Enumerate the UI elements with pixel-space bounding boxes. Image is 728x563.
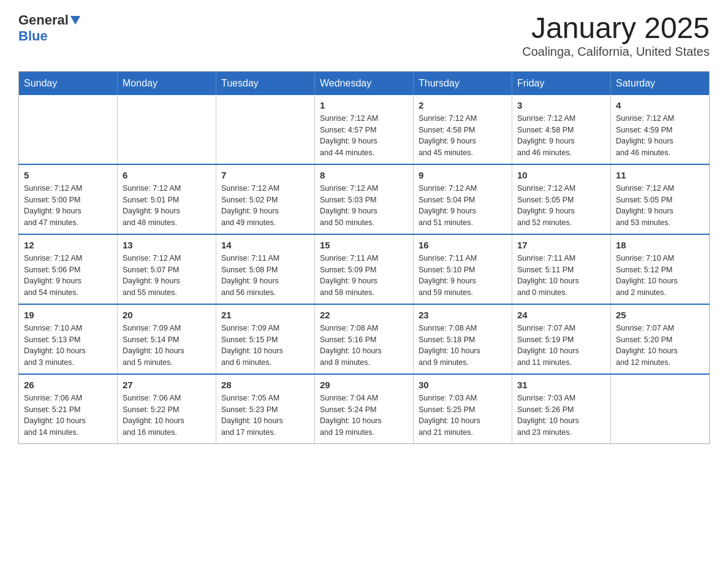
day-number: 25 (616, 310, 704, 320)
calendar-cell: 2Sunrise: 7:12 AM Sunset: 4:58 PM Daylig… (414, 95, 512, 164)
day-info: Sunrise: 7:11 AM Sunset: 5:08 PM Dayligh… (221, 253, 309, 299)
calendar-header-friday: Friday (512, 71, 611, 95)
day-number: 16 (419, 240, 507, 250)
calendar-cell: 14Sunrise: 7:11 AM Sunset: 5:08 PM Dayli… (216, 234, 315, 304)
calendar-cell: 31Sunrise: 7:03 AM Sunset: 5:26 PM Dayli… (512, 374, 611, 444)
calendar-cell: 1Sunrise: 7:12 AM Sunset: 4:57 PM Daylig… (315, 95, 414, 164)
calendar-cell: 9Sunrise: 7:12 AM Sunset: 5:04 PM Daylig… (414, 164, 512, 234)
calendar-cell: 18Sunrise: 7:10 AM Sunset: 5:12 PM Dayli… (611, 234, 710, 304)
calendar-week-row: 19Sunrise: 7:10 AM Sunset: 5:13 PM Dayli… (19, 304, 710, 374)
calendar-cell: 17Sunrise: 7:11 AM Sunset: 5:11 PM Dayli… (512, 234, 611, 304)
calendar-cell: 13Sunrise: 7:12 AM Sunset: 5:07 PM Dayli… (118, 234, 216, 304)
calendar-cell: 21Sunrise: 7:09 AM Sunset: 5:15 PM Dayli… (216, 304, 315, 374)
day-info: Sunrise: 7:12 AM Sunset: 5:01 PM Dayligh… (123, 183, 211, 229)
day-number: 27 (123, 380, 211, 390)
calendar-table: SundayMondayTuesdayWednesdayThursdayFrid… (18, 71, 710, 444)
day-number: 15 (320, 240, 408, 250)
day-number: 5 (24, 170, 112, 180)
day-number: 23 (419, 310, 507, 320)
calendar-cell: 16Sunrise: 7:11 AM Sunset: 5:10 PM Dayli… (414, 234, 512, 304)
day-number: 20 (123, 310, 211, 320)
day-number: 29 (320, 380, 408, 390)
day-number: 19 (24, 310, 112, 320)
calendar-week-row: 1Sunrise: 7:12 AM Sunset: 4:57 PM Daylig… (19, 95, 710, 164)
page-title: January 2025 (522, 12, 710, 45)
title-block: January 2025 Coalinga, California, Unite… (522, 12, 710, 59)
page-header: General Blue January 2025 Coalinga, Cali… (18, 12, 710, 59)
logo: General Blue (18, 12, 80, 44)
day-info: Sunrise: 7:03 AM Sunset: 5:25 PM Dayligh… (419, 393, 507, 439)
day-number: 1 (320, 100, 408, 110)
day-number: 22 (320, 310, 408, 320)
calendar-cell (118, 95, 216, 164)
day-info: Sunrise: 7:11 AM Sunset: 5:10 PM Dayligh… (419, 253, 507, 299)
calendar-cell (19, 95, 118, 164)
calendar-cell: 10Sunrise: 7:12 AM Sunset: 5:05 PM Dayli… (512, 164, 611, 234)
day-number: 14 (221, 240, 309, 250)
day-info: Sunrise: 7:07 AM Sunset: 5:20 PM Dayligh… (616, 323, 704, 369)
day-number: 11 (616, 170, 704, 180)
day-number: 21 (221, 310, 309, 320)
day-info: Sunrise: 7:09 AM Sunset: 5:15 PM Dayligh… (221, 323, 309, 369)
calendar-header-wednesday: Wednesday (315, 71, 414, 95)
day-info: Sunrise: 7:12 AM Sunset: 5:00 PM Dayligh… (24, 183, 112, 229)
day-info: Sunrise: 7:12 AM Sunset: 4:58 PM Dayligh… (419, 113, 507, 159)
calendar-cell: 6Sunrise: 7:12 AM Sunset: 5:01 PM Daylig… (118, 164, 216, 234)
day-info: Sunrise: 7:12 AM Sunset: 5:07 PM Dayligh… (123, 253, 211, 299)
calendar-cell: 22Sunrise: 7:08 AM Sunset: 5:16 PM Dayli… (315, 304, 414, 374)
calendar-cell: 27Sunrise: 7:06 AM Sunset: 5:22 PM Dayli… (118, 374, 216, 444)
calendar-cell: 5Sunrise: 7:12 AM Sunset: 5:00 PM Daylig… (19, 164, 118, 234)
day-number: 26 (24, 380, 112, 390)
calendar-week-row: 12Sunrise: 7:12 AM Sunset: 5:06 PM Dayli… (19, 234, 710, 304)
day-number: 9 (419, 170, 507, 180)
day-number: 2 (419, 100, 507, 110)
day-number: 17 (517, 240, 605, 250)
calendar-cell: 11Sunrise: 7:12 AM Sunset: 5:05 PM Dayli… (611, 164, 710, 234)
calendar-cell: 30Sunrise: 7:03 AM Sunset: 5:25 PM Dayli… (414, 374, 512, 444)
day-info: Sunrise: 7:10 AM Sunset: 5:13 PM Dayligh… (24, 323, 112, 369)
day-number: 10 (517, 170, 605, 180)
day-info: Sunrise: 7:04 AM Sunset: 5:24 PM Dayligh… (320, 393, 408, 439)
calendar-cell: 29Sunrise: 7:04 AM Sunset: 5:24 PM Dayli… (315, 374, 414, 444)
calendar-cell (216, 95, 315, 164)
day-number: 30 (419, 380, 507, 390)
day-info: Sunrise: 7:08 AM Sunset: 5:18 PM Dayligh… (419, 323, 507, 369)
logo-triangle-icon (70, 16, 80, 27)
svg-marker-0 (70, 16, 80, 25)
day-number: 8 (320, 170, 408, 180)
calendar-week-row: 5Sunrise: 7:12 AM Sunset: 5:00 PM Daylig… (19, 164, 710, 234)
calendar-header-thursday: Thursday (414, 71, 512, 95)
day-info: Sunrise: 7:10 AM Sunset: 5:12 PM Dayligh… (616, 253, 704, 299)
day-info: Sunrise: 7:03 AM Sunset: 5:26 PM Dayligh… (517, 393, 605, 439)
calendar-header-sunday: Sunday (19, 71, 118, 95)
day-number: 7 (221, 170, 309, 180)
calendar-cell: 20Sunrise: 7:09 AM Sunset: 5:14 PM Dayli… (118, 304, 216, 374)
day-number: 3 (517, 100, 605, 110)
calendar-header-tuesday: Tuesday (216, 71, 315, 95)
calendar-cell: 4Sunrise: 7:12 AM Sunset: 4:59 PM Daylig… (611, 95, 710, 164)
calendar-cell: 28Sunrise: 7:05 AM Sunset: 5:23 PM Dayli… (216, 374, 315, 444)
logo-blue: Blue (18, 28, 48, 44)
calendar-cell: 19Sunrise: 7:10 AM Sunset: 5:13 PM Dayli… (19, 304, 118, 374)
logo-text-block: General Blue (18, 12, 80, 44)
calendar-cell: 24Sunrise: 7:07 AM Sunset: 5:19 PM Dayli… (512, 304, 611, 374)
day-number: 28 (221, 380, 309, 390)
calendar-cell: 12Sunrise: 7:12 AM Sunset: 5:06 PM Dayli… (19, 234, 118, 304)
day-info: Sunrise: 7:12 AM Sunset: 5:05 PM Dayligh… (616, 183, 704, 229)
calendar-cell: 23Sunrise: 7:08 AM Sunset: 5:18 PM Dayli… (414, 304, 512, 374)
day-number: 24 (517, 310, 605, 320)
page-subtitle: Coalinga, California, United States (522, 45, 710, 59)
day-info: Sunrise: 7:12 AM Sunset: 4:59 PM Dayligh… (616, 113, 704, 159)
day-info: Sunrise: 7:12 AM Sunset: 4:57 PM Dayligh… (320, 113, 408, 159)
calendar-header-row: SundayMondayTuesdayWednesdayThursdayFrid… (19, 71, 710, 95)
day-number: 4 (616, 100, 704, 110)
day-info: Sunrise: 7:12 AM Sunset: 5:02 PM Dayligh… (221, 183, 309, 229)
day-number: 18 (616, 240, 704, 250)
calendar-cell: 3Sunrise: 7:12 AM Sunset: 4:58 PM Daylig… (512, 95, 611, 164)
day-info: Sunrise: 7:11 AM Sunset: 5:09 PM Dayligh… (320, 253, 408, 299)
day-info: Sunrise: 7:08 AM Sunset: 5:16 PM Dayligh… (320, 323, 408, 369)
day-info: Sunrise: 7:06 AM Sunset: 5:22 PM Dayligh… (123, 393, 211, 439)
day-info: Sunrise: 7:06 AM Sunset: 5:21 PM Dayligh… (24, 393, 112, 439)
day-number: 13 (123, 240, 211, 250)
calendar-cell: 25Sunrise: 7:07 AM Sunset: 5:20 PM Dayli… (611, 304, 710, 374)
